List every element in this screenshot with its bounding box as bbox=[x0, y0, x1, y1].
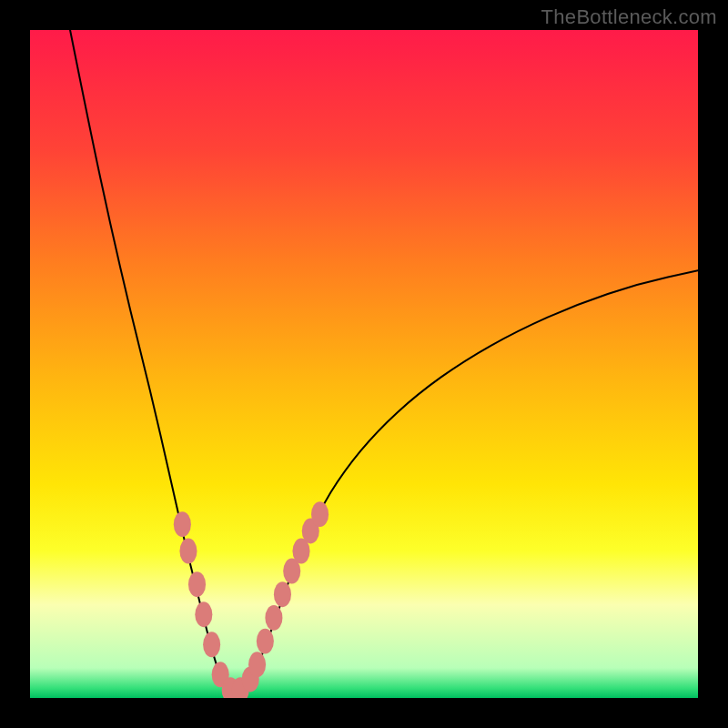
attribution-text: TheBottleneck.com bbox=[541, 5, 717, 29]
bottleneck-chart bbox=[0, 0, 728, 728]
